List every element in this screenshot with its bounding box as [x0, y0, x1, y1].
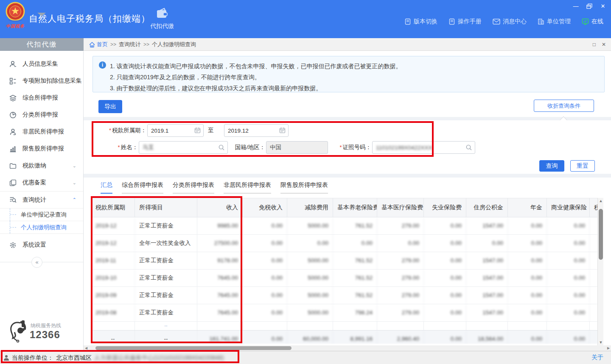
minimize-icon[interactable]: — — [572, 3, 580, 9]
notice-line-1: 1. 该查询统计表仅能查询已申报成功的数据，不包含未申报、申报失败，已申报但已作… — [110, 61, 598, 72]
calendar-icon[interactable] — [194, 127, 201, 133]
building-icon — [538, 18, 544, 25]
scroll-left-icon[interactable]: ◀ — [84, 345, 89, 351]
column-header: 基本养老保险费 — [333, 198, 377, 217]
folder-icon — [9, 162, 17, 169]
tab-4[interactable]: 限售股所得申报表 — [280, 181, 328, 194]
table-cell: 0.00 — [508, 252, 547, 269]
scroll-down-icon[interactable]: ▼ — [598, 339, 604, 345]
sidebar-item-system-settings[interactable]: 系统设置 — [0, 236, 83, 253]
sidebar-item-label: 人员信息采集 — [22, 60, 58, 68]
summary-cell: 0.00 — [508, 331, 547, 344]
sidebar-item-tax-payment[interactable]: 税款缴纳 ⌄ — [0, 157, 83, 174]
table-cell: 0.00 — [243, 235, 287, 252]
period-from-input[interactable]: 2019.1 — [147, 124, 204, 137]
table-cell: 0.00 — [424, 252, 466, 269]
summary-table: 税款所属期所得项目收入免税收入减除费用基本养老保险费基本医疗保险费失业保险费住房… — [91, 198, 597, 344]
menu-manual[interactable]: 操作手册 — [448, 18, 482, 25]
table-cell: 1547.00 — [466, 287, 508, 304]
query-button[interactable]: 查询 — [539, 160, 564, 172]
menu-unit-management[interactable]: 单位管理 — [538, 18, 571, 25]
table-row[interactable]: 2019-08正常工资薪金7645.000.005000.00798.24279… — [91, 304, 597, 322]
table-row[interactable]: 2019-10正常工资薪金7645.000.005000.00761.52279… — [91, 270, 597, 287]
table-cell: 2019-11 — [91, 252, 135, 269]
sidebar-item-query-statistics[interactable]: 查询统计 ⌃ — [0, 191, 83, 208]
section-gap — [84, 117, 611, 120]
sidebar-item-special-deduction[interactable]: 专项附加扣除信息采集 — [0, 72, 83, 89]
tab-2[interactable]: 分类所得申报表 — [173, 181, 214, 194]
document-icon — [404, 18, 411, 25]
column-header: 住房公积金 — [466, 198, 508, 217]
calendar-icon[interactable] — [279, 127, 286, 133]
table-cell: 279.00 — [377, 270, 424, 286]
sidebar-item-personnel-info[interactable]: 人员信息采集 — [0, 56, 83, 72]
menu-message-center[interactable]: 消息中心 — [493, 18, 527, 25]
page-close-icon[interactable]: ✕ — [602, 41, 606, 48]
online-status[interactable]: 在线 — [582, 18, 603, 25]
export-button[interactable]: 导出 — [98, 100, 122, 113]
menu-version-switch[interactable]: 版本切换 — [404, 18, 437, 25]
tab-0[interactable]: 汇总 — [101, 181, 112, 194]
table-cell: 0.00 — [424, 304, 466, 321]
table-body: 2019-12正常工资薪金9985.000.005000.00761.52279… — [91, 217, 597, 322]
table-row[interactable]: 2019-12全年一次性奖金收入27500.000.000.000.000.00… — [91, 235, 597, 252]
sidebar-header: 代扣代缴 — [0, 38, 84, 51]
sidebar-subitem-personal-withholding-query[interactable]: 个人扣缴明细查询 — [0, 221, 83, 233]
sidebar-item-comprehensive-income[interactable]: 综合所得申报 — [0, 89, 83, 106]
breadcrumb-home[interactable]: 首页 — [89, 41, 108, 48]
breadcrumb-home-label: 首页 — [97, 41, 108, 48]
page-maximize-icon[interactable]: □ — [593, 41, 596, 48]
sidebar-collapse-row: « — [0, 262, 83, 262]
restore-icon[interactable] — [586, 3, 593, 9]
sidebar-item-preferential-filing[interactable]: 优惠备案 ⌄ — [0, 174, 83, 191]
sidebar-item-nonresident-income[interactable]: 非居民所得申报 — [0, 123, 83, 140]
wallet-icon — [156, 8, 168, 19]
breadcrumb-section: 查询统计 — [119, 41, 141, 48]
reset-button[interactable]: 重置 — [570, 160, 595, 172]
vertical-scrollbar[interactable]: ▲ ▼ — [597, 198, 603, 345]
table-cell: 761.52 — [333, 287, 377, 304]
notice-box: i 1. 该查询统计表仅能查询已申报成功的数据，不包含未申报、申报失败，已申报但… — [92, 56, 605, 92]
table-cell: 0.00 — [243, 217, 287, 234]
scroll-up-icon[interactable]: ▲ — [598, 198, 604, 204]
table-cell: 1547.00 — [466, 252, 508, 269]
partial-cell — [424, 322, 466, 330]
notice-line-2: 2. 只能查询2019年及之后的数据，不能进行跨年度查询。 — [110, 72, 598, 83]
table-row[interactable]: 2019-11正常工资薪金9178.000.005000.00761.52279… — [91, 252, 597, 270]
table-cell: 0.00 — [424, 217, 466, 234]
id-number-input[interactable]: 110102199X0422XXX — [372, 141, 475, 154]
name-input[interactable]: 马某 — [139, 141, 228, 154]
table-cell: 2019-08 — [91, 304, 135, 321]
search-icon[interactable] — [465, 144, 472, 151]
table-row[interactable]: 2019-12正常工资薪金9985.000.005000.00761.52279… — [91, 217, 597, 235]
partial-cell — [508, 322, 547, 330]
partial-cell — [197, 322, 243, 330]
online-monitor-icon — [582, 18, 589, 25]
info-icon: i — [99, 61, 106, 69]
period-to-input[interactable]: 2019.12 — [224, 124, 289, 137]
about-link[interactable]: 关于 — [591, 354, 603, 361]
table-cell: 761.52 — [333, 217, 377, 234]
table-row[interactable]: 2019-09正常工资薪金7645.000.005000.00761.52279… — [91, 287, 597, 304]
table-cell: 761.52 — [333, 270, 377, 286]
close-icon[interactable]: ✕ — [599, 3, 607, 9]
tab-daikou-daijiao[interactable]: 代扣代缴 — [149, 8, 176, 30]
sidebar-collapse-button[interactable]: « — [31, 257, 42, 268]
sidebar-item-classified-income[interactable]: 分类所得申报 — [0, 106, 83, 123]
table-cell: 7645.00 — [197, 304, 243, 321]
table-cell: 0.00 — [333, 235, 377, 252]
tab-3[interactable]: 非居民所得申报表 — [224, 181, 271, 194]
chevron-down-icon: ⌄ — [73, 163, 76, 169]
sidebar-item-restricted-shares[interactable]: 限售股所得申报 — [0, 140, 83, 157]
tab-1[interactable]: 综合所得申报表 — [122, 181, 163, 194]
sidebar-subitem-unit-declaration-query[interactable]: 单位申报记录查询 — [0, 208, 83, 221]
table-cell: 0.00 — [287, 235, 333, 252]
horizontal-scroll-thumb[interactable] — [95, 346, 291, 350]
search-icon[interactable] — [218, 144, 225, 151]
collapse-query-button[interactable]: 收折查询条件 — [534, 100, 594, 112]
horizontal-scrollbar[interactable]: ◀ ▶ — [84, 345, 611, 351]
to-label: 至 — [208, 127, 214, 134]
vertical-scroll-thumb[interactable] — [599, 209, 603, 260]
scroll-right-icon[interactable]: ▶ — [606, 345, 611, 351]
table-cell: 761.52 — [333, 252, 377, 269]
